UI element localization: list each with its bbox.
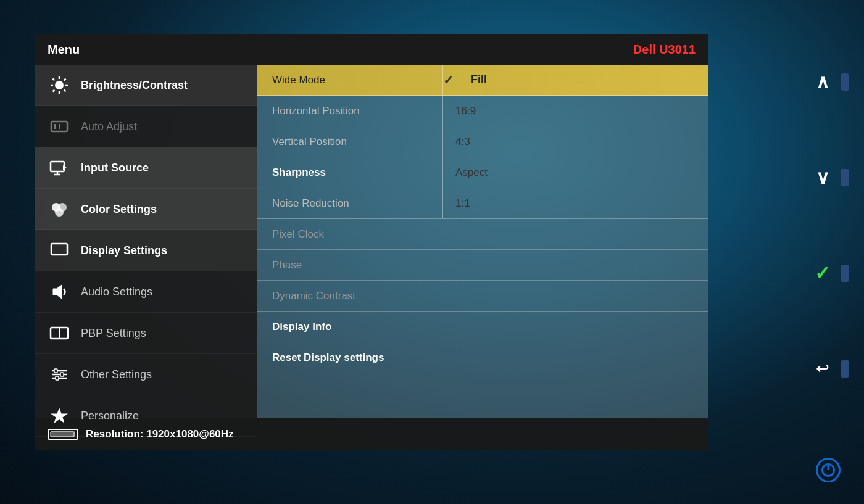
svg-rect-27 (54, 369, 57, 373)
pbp-settings-icon (48, 321, 71, 345)
display-settings-icon (48, 239, 71, 262)
sidebar-label-color: Color Settings (81, 203, 157, 216)
color-settings-icon (48, 197, 71, 221)
svg-rect-10 (54, 124, 56, 129)
submenu-label-phase: Phase (257, 252, 442, 279)
brightness-icon (48, 73, 71, 97)
sidebar-label-pbp: PBP Settings (81, 327, 146, 340)
up-btn-indicator (841, 73, 849, 91)
back-btn-indicator (841, 360, 849, 378)
down-arrow-icon: ∨ (816, 167, 829, 188)
value-area-wide-mode: ✓ Fill (443, 66, 708, 94)
input-source-icon (48, 156, 71, 180)
ok-check-icon: ✓ (815, 262, 830, 284)
power-icon (821, 463, 835, 477)
svg-rect-29 (56, 376, 59, 380)
sidebar-item-brightness-contrast[interactable]: Brightness/Contrast (35, 65, 257, 106)
sidebar-item-other-settings[interactable]: Other Settings (35, 354, 257, 395)
submenu-item-reset-display[interactable]: Reset Display settings (257, 342, 708, 373)
submenu-label-horizontal: Horizontal Position (257, 97, 442, 125)
model-name: Dell U3011 (633, 43, 696, 57)
submenu-label-wide-mode: Wide Mode (257, 65, 442, 95)
title-bar: Menu Dell U3011 (35, 34, 708, 65)
submenu-item-phase[interactable]: Phase (257, 250, 708, 281)
submenu-label-noise: Noise Reduction (257, 190, 442, 217)
sidebar-label-display: Display Settings (81, 244, 167, 257)
down-btn-indicator (841, 169, 849, 186)
ok-button[interactable]: ✓ (808, 258, 837, 288)
svg-rect-28 (60, 373, 64, 376)
svg-point-18 (55, 208, 64, 217)
up-button[interactable]: ∧ (808, 67, 837, 97)
submenu-value-vertical: 4:3 (443, 128, 708, 155)
submenu-item-dynamic-contrast[interactable]: Dynamic Contrast (257, 281, 708, 312)
submenu-label-display-info: Display Info (257, 313, 442, 341)
power-button[interactable] (816, 458, 841, 482)
svg-point-0 (55, 81, 64, 89)
osd-container: Menu Dell U3011 (35, 34, 708, 450)
submenu-item-vertical-position[interactable]: Vertical Position 4:3 (257, 126, 708, 157)
up-arrow-icon: ∧ (816, 71, 829, 93)
right-panel: Wide Mode ✓ Fill Horizontal Position 16:… (257, 65, 708, 418)
svg-line-6 (64, 90, 66, 92)
bottom-divider (257, 386, 708, 386)
sidebar-label-audio: Audio Settings (81, 286, 152, 299)
svg-rect-19 (51, 244, 67, 255)
checkmark-icon: ✓ (443, 73, 454, 88)
other-settings-icon (48, 363, 71, 386)
submenu-label-reset: Reset Display settings (257, 344, 442, 371)
sidebar: Brightness/Contrast Auto Adjust (35, 65, 257, 418)
submenu-item-noise-reduction[interactable]: Noise Reduction 1:1 (257, 188, 708, 219)
svg-marker-30 (51, 408, 68, 423)
submenu-value-sharpness: Aspect (443, 159, 708, 186)
value-area-v: 4:3 (443, 128, 708, 155)
submenu-label-dynamic-contrast: Dynamic Contrast (257, 283, 442, 310)
submenu-label-sharpness: Sharpness (257, 159, 442, 186)
svg-marker-21 (53, 285, 62, 299)
sidebar-item-pbp-settings[interactable]: PBP Settings (35, 313, 257, 354)
value-area-n: 1:1 (443, 190, 708, 217)
submenu-item-display-info[interactable]: Display Info (257, 312, 708, 342)
main-content: Brightness/Contrast Auto Adjust (35, 65, 708, 418)
sidebar-item-audio-settings[interactable]: Audio Settings (35, 271, 257, 313)
svg-rect-12 (51, 162, 64, 171)
submenu-item-pixel-clock[interactable]: Pixel Clock (257, 219, 708, 250)
submenu-label-vertical: Vertical Position (257, 128, 442, 155)
submenu-label-pixel-clock: Pixel Clock (257, 221, 442, 248)
sidebar-label-personalize: Personalize (81, 410, 139, 423)
submenu-value-noise: 1:1 (443, 190, 708, 217)
svg-line-7 (64, 79, 66, 81)
power-line (828, 463, 829, 470)
submenu-value-horizontal: 16:9 (443, 97, 708, 125)
nav-buttons-panel: ∧ ∨ ✓ ↩ (805, 34, 839, 416)
menu-title: Menu (48, 43, 80, 57)
value-area-h: 16:9 (443, 97, 708, 125)
hdmi-icon (48, 428, 78, 441)
back-button[interactable]: ↩ (808, 354, 837, 384)
value-area-s: Aspect (443, 159, 708, 186)
svg-line-5 (53, 79, 55, 81)
star-icon (48, 404, 71, 428)
ok-btn-indicator (841, 265, 849, 282)
svg-line-8 (53, 90, 55, 92)
sidebar-label-auto: Auto Adjust (81, 120, 137, 133)
sidebar-label-brightness: Brightness/Contrast (81, 79, 188, 92)
sidebar-item-auto-adjust[interactable]: Auto Adjust (35, 106, 257, 147)
sidebar-label-other: Other Settings (81, 368, 152, 381)
sidebar-item-input-source[interactable]: Input Source (35, 147, 257, 189)
sidebar-item-display-settings[interactable]: Display Settings (35, 230, 257, 271)
submenu-value-wide-mode: Fill (459, 66, 708, 94)
resolution-text: Resolution: 1920x1080@60Hz (86, 428, 234, 440)
back-arrow-icon: ↩ (816, 359, 829, 378)
down-button[interactable]: ∨ (808, 163, 837, 192)
submenu-item-sharpness[interactable]: Sharpness Aspect (257, 157, 708, 188)
auto-adjust-icon (48, 115, 71, 138)
sidebar-label-input: Input Source (81, 162, 149, 175)
sidebar-item-color-settings[interactable]: Color Settings (35, 189, 257, 230)
audio-settings-icon (48, 280, 71, 304)
submenu-item-horizontal-position[interactable]: Horizontal Position 16:9 (257, 96, 708, 126)
submenu-item-wide-mode[interactable]: Wide Mode ✓ Fill (257, 65, 708, 96)
